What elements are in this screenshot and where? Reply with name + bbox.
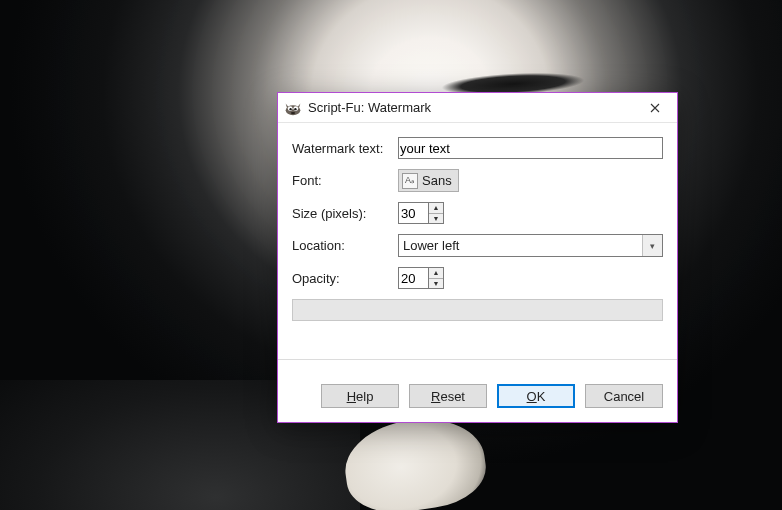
opacity-label: Opacity: — [292, 271, 398, 286]
watermark-text-value: your text — [400, 141, 450, 156]
size-label: Size (pixels): — [292, 206, 398, 221]
titlebar[interactable]: Script-Fu: Watermark — [278, 93, 677, 123]
reset-label-rest: eset — [440, 389, 465, 404]
location-value: Lower left — [403, 238, 459, 253]
ok-button[interactable]: OK — [497, 384, 575, 408]
size-spinner-up[interactable]: ▲ — [429, 203, 443, 214]
opacity-spinner[interactable]: 20 ▲ ▼ — [398, 267, 444, 289]
location-label: Location: — [292, 238, 398, 253]
gimp-wilber-icon — [284, 99, 302, 117]
reset-button[interactable]: Reset — [409, 384, 487, 408]
size-spinner-down[interactable]: ▼ — [429, 214, 443, 224]
cancel-button[interactable]: Cancel — [585, 384, 663, 408]
chevron-down-icon: ▾ — [642, 235, 662, 256]
svg-point-4 — [294, 107, 296, 109]
dialog-body: Watermark text: your text Font: Aₐ Sans … — [278, 123, 677, 372]
watermark-text-label: Watermark text: — [292, 141, 398, 156]
font-label: Font: — [292, 173, 398, 188]
font-picker-button[interactable]: Aₐ Sans — [398, 169, 459, 192]
help-label-rest: elp — [356, 389, 373, 404]
dialog-title: Script-Fu: Watermark — [308, 100, 431, 115]
watermark-text-input[interactable]: your text — [398, 137, 663, 159]
close-button[interactable] — [632, 93, 677, 123]
opacity-spinner-up[interactable]: ▲ — [429, 268, 443, 279]
ok-label-rest: K — [537, 389, 546, 404]
location-select[interactable]: Lower left ▾ — [398, 234, 663, 257]
help-button[interactable]: Help — [321, 384, 399, 408]
close-icon — [650, 103, 660, 113]
separator — [278, 359, 677, 360]
cancel-label: Cancel — [604, 389, 644, 404]
button-row: Help Reset OK Cancel — [278, 372, 677, 422]
svg-point-3 — [289, 107, 291, 109]
size-value[interactable]: 30 — [398, 202, 428, 224]
opacity-value[interactable]: 20 — [398, 267, 428, 289]
font-value: Sans — [422, 173, 452, 188]
svg-point-5 — [291, 111, 296, 113]
progress-bar — [292, 299, 663, 321]
size-spinner[interactable]: 30 ▲ ▼ — [398, 202, 444, 224]
font-picker-icon: Aₐ — [402, 173, 418, 189]
opacity-spinner-down[interactable]: ▼ — [429, 279, 443, 289]
watermark-dialog: Script-Fu: Watermark Watermark text: you… — [277, 92, 678, 423]
